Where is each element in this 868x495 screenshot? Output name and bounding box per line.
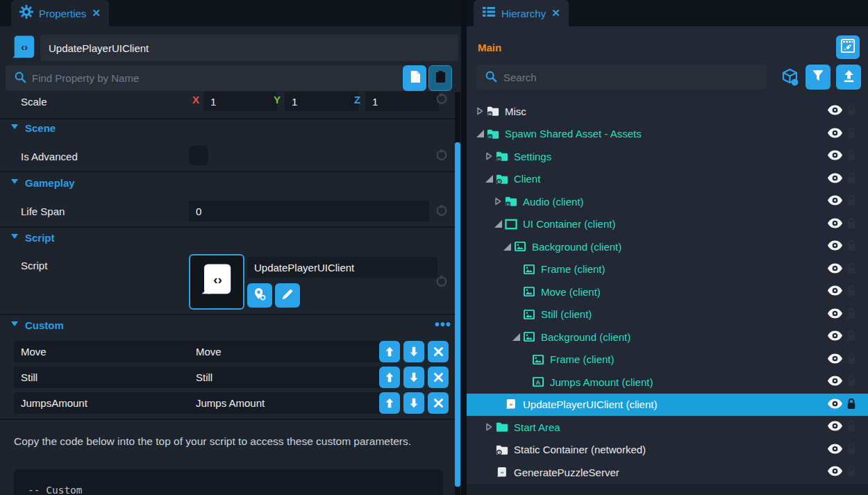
visibility-eye-icon[interactable] [828, 128, 842, 138]
properties-scrollbar-thumb[interactable] [455, 142, 460, 487]
tab-hierarchy[interactable]: Hierarchy ✕ [474, 0, 569, 26]
reset-scale-icon[interactable] [435, 92, 449, 109]
scene-section-collapse-icon[interactable] [11, 124, 18, 129]
hierarchy-search-input[interactable]: Search [476, 65, 767, 90]
is-advanced-checkbox[interactable] [189, 146, 208, 165]
visibility-eye-icon[interactable] [828, 285, 842, 296]
reset-script-icon[interactable] [435, 275, 449, 292]
script-section-collapse-icon[interactable] [11, 234, 18, 239]
tab-properties[interactable]: Properties ✕ [11, 0, 109, 26]
visibility-eye-icon[interactable] [828, 173, 842, 183]
scale-y-input[interactable]: 1 [285, 92, 358, 111]
find-script-in-scene-button[interactable] [247, 283, 272, 308]
object-name-input[interactable]: UpdatePlayerUIClient [40, 35, 458, 61]
tree-row[interactable]: Move (client) [467, 280, 868, 303]
life-span-input[interactable]: 0 [189, 201, 429, 221]
tree-row[interactable]: Misc [467, 100, 868, 123]
lock-icon[interactable] [846, 103, 856, 117]
visibility-eye-icon[interactable] [828, 150, 842, 160]
lock-icon[interactable] [846, 239, 856, 252]
tree-row[interactable]: Settings [467, 145, 868, 168]
visibility-eye-icon[interactable] [828, 466, 842, 476]
move-up-button[interactable] [379, 341, 400, 362]
lock-icon[interactable] [846, 442, 856, 455]
lock-icon[interactable] [846, 464, 856, 478]
lock-icon[interactable] [846, 149, 856, 162]
tree-row[interactable]: ‹› UpdatePlayerUIClient (client) [467, 394, 868, 417]
lock-icon[interactable] [846, 374, 856, 387]
expand-arrow[interactable] [494, 220, 505, 228]
custom-param-display-input[interactable]: Move [189, 341, 392, 362]
instance-cube-icon[interactable] [781, 68, 799, 90]
lock-icon[interactable] [846, 217, 856, 230]
custom-param-display-input[interactable]: Jumps Amount [189, 392, 392, 414]
paste-properties-button[interactable] [428, 65, 452, 91]
lock-icon[interactable] [846, 307, 856, 320]
visibility-eye-icon[interactable] [828, 308, 842, 319]
tree-row[interactable]: Start Area [467, 416, 868, 439]
custom-param-name-input[interactable]: JumpsAmount [14, 392, 193, 414]
visibility-eye-icon[interactable] [828, 353, 842, 364]
expand-arrow[interactable] [485, 152, 496, 160]
move-up-button[interactable] [379, 392, 400, 414]
property-search-input[interactable]: Find Property by Name [6, 65, 404, 91]
reset-is-advanced-icon[interactable] [435, 149, 449, 165]
copy-properties-button[interactable] [403, 65, 426, 91]
launch-scene-button[interactable] [836, 35, 860, 59]
visibility-eye-icon[interactable] [828, 263, 842, 274]
expand-arrow[interactable] [476, 130, 487, 137]
tree-row[interactable]: Still (client) [467, 303, 868, 326]
gameplay-section-collapse-icon[interactable] [11, 179, 18, 184]
lock-icon[interactable] [846, 352, 856, 365]
expand-arrow[interactable] [476, 107, 487, 115]
lock-icon[interactable] [846, 284, 856, 297]
close-icon[interactable]: ✕ [551, 7, 560, 19]
script-thumbnail[interactable]: ‹› [189, 254, 244, 310]
visibility-eye-icon[interactable] [828, 240, 842, 251]
tree-row[interactable]: Spawn Shared Asset - Assets [467, 123, 868, 146]
visibility-eye-icon[interactable] [828, 218, 842, 228]
move-down-button[interactable] [403, 367, 424, 388]
expand-arrow[interactable] [494, 197, 505, 205]
visibility-eye-icon[interactable] [828, 376, 842, 386]
export-button[interactable] [836, 65, 861, 90]
tree-row[interactable]: Frame (client) [467, 258, 868, 281]
custom-param-name-input[interactable]: Move [14, 341, 193, 362]
lock-icon[interactable] [846, 126, 856, 140]
custom-param-name-input[interactable]: Still [14, 367, 193, 388]
tree-row[interactable]: Static Container (networked) [467, 439, 868, 462]
lock-icon[interactable] [846, 262, 856, 275]
move-down-button[interactable] [403, 392, 424, 414]
tree-row[interactable]: Background (client) [467, 326, 868, 349]
custom-section-menu-icon[interactable]: ••• [435, 317, 451, 333]
expand-arrow[interactable] [503, 243, 514, 251]
expand-arrow[interactable] [512, 333, 523, 341]
visibility-eye-icon[interactable] [828, 398, 842, 409]
lock-icon[interactable] [846, 419, 856, 433]
reset-life-span-icon[interactable] [435, 204, 449, 221]
move-up-button[interactable] [379, 367, 400, 388]
tree-row[interactable]: A Jumps Amount (client) [467, 371, 868, 394]
expand-arrow[interactable] [485, 175, 496, 183]
tree-row[interactable]: ‹› GeneratePuzzleServer [467, 461, 868, 484]
custom-section-collapse-icon[interactable] [11, 321, 18, 326]
close-icon[interactable]: ✕ [92, 7, 101, 19]
visibility-eye-icon[interactable] [828, 444, 842, 454]
filter-button[interactable] [806, 65, 831, 90]
tree-row[interactable]: Client [467, 168, 868, 191]
custom-param-display-input[interactable]: Still [189, 367, 392, 388]
visibility-eye-icon[interactable] [828, 330, 842, 341]
move-down-button[interactable] [403, 341, 424, 362]
lock-icon[interactable] [846, 194, 856, 207]
tree-row[interactable]: UI Container (client) [467, 213, 868, 236]
tree-row[interactable]: Audio (client) [467, 190, 868, 213]
script-name-input[interactable]: UpdatePlayerUIClient [247, 257, 437, 278]
delete-param-button[interactable] [428, 367, 449, 388]
tree-row[interactable]: Background (client) [467, 235, 868, 258]
lock-icon[interactable] [846, 397, 856, 410]
edit-script-button[interactable] [275, 283, 300, 308]
visibility-eye-icon[interactable] [828, 421, 842, 431]
scale-z-input[interactable]: 1 [365, 92, 439, 111]
delete-param-button[interactable] [428, 392, 449, 414]
expand-arrow[interactable] [485, 423, 496, 431]
